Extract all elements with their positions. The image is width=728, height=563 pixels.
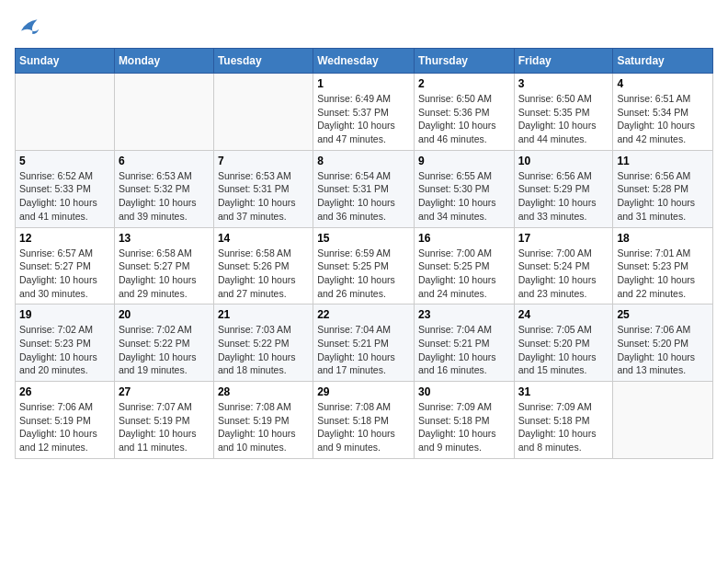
- day-number: 30: [418, 385, 510, 398]
- day-number: 31: [518, 385, 609, 398]
- day-number: 6: [119, 155, 210, 167]
- day-info: Sunrise: 7:02 AM Sunset: 5:23 PM Dayligh…: [19, 323, 110, 377]
- day-of-week-header: Monday: [114, 49, 213, 74]
- day-number: 18: [617, 232, 709, 245]
- day-number: 8: [317, 155, 410, 167]
- day-number: 11: [617, 155, 709, 167]
- day-number: 1: [317, 77, 410, 90]
- calendar-week-row: 19Sunrise: 7:02 AM Sunset: 5:23 PM Dayli…: [16, 304, 713, 382]
- calendar-cell: 3Sunrise: 6:50 AM Sunset: 5:35 PM Daylig…: [514, 74, 613, 151]
- day-number: 13: [119, 232, 210, 245]
- calendar-week-row: 12Sunrise: 6:57 AM Sunset: 5:27 PM Dayli…: [16, 227, 713, 304]
- day-of-week-header: Friday: [514, 49, 613, 74]
- day-info: Sunrise: 6:49 AM Sunset: 5:37 PM Dayligh…: [317, 92, 410, 146]
- day-info: Sunrise: 7:02 AM Sunset: 5:22 PM Dayligh…: [119, 323, 210, 377]
- day-info: Sunrise: 7:03 AM Sunset: 5:22 PM Dayligh…: [218, 323, 309, 377]
- day-number: 27: [119, 385, 210, 398]
- calendar-cell: [16, 74, 115, 151]
- day-info: Sunrise: 6:56 AM Sunset: 5:29 PM Dayligh…: [518, 169, 609, 224]
- calendar-table: SundayMondayTuesdayWednesdayThursdayFrid…: [15, 48, 713, 459]
- calendar-cell: 10Sunrise: 6:56 AM Sunset: 5:29 PM Dayli…: [514, 150, 613, 227]
- day-number: 16: [418, 232, 510, 245]
- calendar-week-row: 5Sunrise: 6:52 AM Sunset: 5:33 PM Daylig…: [16, 150, 713, 227]
- day-info: Sunrise: 7:04 AM Sunset: 5:21 PM Dayligh…: [418, 323, 510, 377]
- calendar-cell: 28Sunrise: 7:08 AM Sunset: 5:19 PM Dayli…: [213, 382, 313, 459]
- day-number: 21: [218, 308, 309, 321]
- calendar-cell: [213, 74, 313, 151]
- calendar-cell: 16Sunrise: 7:00 AM Sunset: 5:25 PM Dayli…: [414, 227, 514, 304]
- day-number: 2: [418, 77, 510, 90]
- calendar-cell: 1Sunrise: 6:49 AM Sunset: 5:37 PM Daylig…: [313, 74, 415, 151]
- day-number: 14: [218, 232, 309, 245]
- calendar-cell: 7Sunrise: 6:53 AM Sunset: 5:31 PM Daylig…: [213, 150, 313, 227]
- calendar-cell: [613, 382, 713, 459]
- day-info: Sunrise: 7:04 AM Sunset: 5:21 PM Dayligh…: [317, 323, 410, 377]
- calendar-cell: 12Sunrise: 6:57 AM Sunset: 5:27 PM Dayli…: [16, 227, 115, 304]
- day-info: Sunrise: 7:08 AM Sunset: 5:18 PM Dayligh…: [317, 400, 410, 454]
- day-number: 24: [518, 308, 609, 321]
- day-number: 22: [317, 308, 410, 321]
- day-info: Sunrise: 6:54 AM Sunset: 5:31 PM Dayligh…: [317, 169, 410, 224]
- day-info: Sunrise: 6:50 AM Sunset: 5:36 PM Dayligh…: [418, 92, 510, 146]
- calendar-cell: 14Sunrise: 6:58 AM Sunset: 5:26 PM Dayli…: [213, 227, 313, 304]
- calendar-cell: 25Sunrise: 7:06 AM Sunset: 5:20 PM Dayli…: [613, 304, 713, 382]
- day-of-week-header: Thursday: [414, 49, 514, 74]
- calendar-week-row: 26Sunrise: 7:06 AM Sunset: 5:19 PM Dayli…: [16, 382, 713, 459]
- day-info: Sunrise: 7:09 AM Sunset: 5:18 PM Dayligh…: [418, 400, 510, 454]
- day-number: 29: [317, 385, 410, 398]
- day-info: Sunrise: 7:05 AM Sunset: 5:20 PM Dayligh…: [518, 323, 609, 377]
- page-header: [15, 15, 713, 40]
- calendar-cell: 17Sunrise: 7:00 AM Sunset: 5:24 PM Dayli…: [514, 227, 613, 304]
- day-number: 12: [19, 232, 110, 245]
- day-number: 10: [518, 155, 609, 167]
- calendar-cell: 13Sunrise: 6:58 AM Sunset: 5:27 PM Dayli…: [114, 227, 213, 304]
- day-info: Sunrise: 6:52 AM Sunset: 5:33 PM Dayligh…: [19, 169, 110, 224]
- calendar-week-row: 1Sunrise: 6:49 AM Sunset: 5:37 PM Daylig…: [16, 74, 713, 151]
- day-info: Sunrise: 7:08 AM Sunset: 5:19 PM Dayligh…: [218, 400, 309, 454]
- day-of-week-header: Saturday: [613, 49, 713, 74]
- day-of-week-header: Sunday: [16, 49, 115, 74]
- day-number: 28: [218, 385, 309, 398]
- day-info: Sunrise: 7:00 AM Sunset: 5:25 PM Dayligh…: [418, 247, 510, 301]
- calendar-cell: 31Sunrise: 7:09 AM Sunset: 5:18 PM Dayli…: [514, 382, 613, 459]
- day-number: 3: [518, 77, 609, 90]
- day-info: Sunrise: 6:55 AM Sunset: 5:30 PM Dayligh…: [418, 169, 510, 224]
- day-info: Sunrise: 6:51 AM Sunset: 5:34 PM Dayligh…: [617, 92, 709, 146]
- calendar-cell: 30Sunrise: 7:09 AM Sunset: 5:18 PM Dayli…: [414, 382, 514, 459]
- day-number: 5: [19, 155, 110, 167]
- day-info: Sunrise: 7:07 AM Sunset: 5:19 PM Dayligh…: [119, 400, 210, 454]
- logo-bird-icon: [15, 15, 40, 40]
- day-number: 7: [218, 155, 309, 167]
- day-info: Sunrise: 6:58 AM Sunset: 5:26 PM Dayligh…: [218, 247, 309, 301]
- calendar-cell: 22Sunrise: 7:04 AM Sunset: 5:21 PM Dayli…: [313, 304, 415, 382]
- day-number: 26: [19, 385, 110, 398]
- calendar-cell: 15Sunrise: 6:59 AM Sunset: 5:25 PM Dayli…: [313, 227, 415, 304]
- calendar-cell: 2Sunrise: 6:50 AM Sunset: 5:36 PM Daylig…: [414, 74, 514, 151]
- calendar-cell: 8Sunrise: 6:54 AM Sunset: 5:31 PM Daylig…: [313, 150, 415, 227]
- day-of-week-header: Wednesday: [313, 49, 415, 74]
- day-number: 4: [617, 77, 709, 90]
- day-of-week-header: Tuesday: [213, 49, 313, 74]
- day-info: Sunrise: 7:00 AM Sunset: 5:24 PM Dayligh…: [518, 247, 609, 301]
- calendar-cell: 26Sunrise: 7:06 AM Sunset: 5:19 PM Dayli…: [16, 382, 115, 459]
- day-info: Sunrise: 6:50 AM Sunset: 5:35 PM Dayligh…: [518, 92, 609, 146]
- day-number: 15: [317, 232, 410, 245]
- calendar-header-row: SundayMondayTuesdayWednesdayThursdayFrid…: [16, 49, 713, 74]
- calendar-cell: 20Sunrise: 7:02 AM Sunset: 5:22 PM Dayli…: [114, 304, 213, 382]
- calendar-cell: 4Sunrise: 6:51 AM Sunset: 5:34 PM Daylig…: [613, 74, 713, 151]
- day-info: Sunrise: 6:58 AM Sunset: 5:27 PM Dayligh…: [119, 247, 210, 301]
- day-info: Sunrise: 6:56 AM Sunset: 5:28 PM Dayligh…: [617, 169, 709, 224]
- calendar-cell: 18Sunrise: 7:01 AM Sunset: 5:23 PM Dayli…: [613, 227, 713, 304]
- day-number: 17: [518, 232, 609, 245]
- day-number: 19: [19, 308, 110, 321]
- calendar-cell: [114, 74, 213, 151]
- calendar-cell: 27Sunrise: 7:07 AM Sunset: 5:19 PM Dayli…: [114, 382, 213, 459]
- calendar-cell: 11Sunrise: 6:56 AM Sunset: 5:28 PM Dayli…: [613, 150, 713, 227]
- day-number: 20: [119, 308, 210, 321]
- calendar-cell: 24Sunrise: 7:05 AM Sunset: 5:20 PM Dayli…: [514, 304, 613, 382]
- calendar-cell: 21Sunrise: 7:03 AM Sunset: 5:22 PM Dayli…: [213, 304, 313, 382]
- day-number: 23: [418, 308, 510, 321]
- day-info: Sunrise: 7:06 AM Sunset: 5:19 PM Dayligh…: [19, 400, 110, 454]
- calendar-cell: 19Sunrise: 7:02 AM Sunset: 5:23 PM Dayli…: [16, 304, 115, 382]
- day-info: Sunrise: 7:06 AM Sunset: 5:20 PM Dayligh…: [617, 323, 709, 377]
